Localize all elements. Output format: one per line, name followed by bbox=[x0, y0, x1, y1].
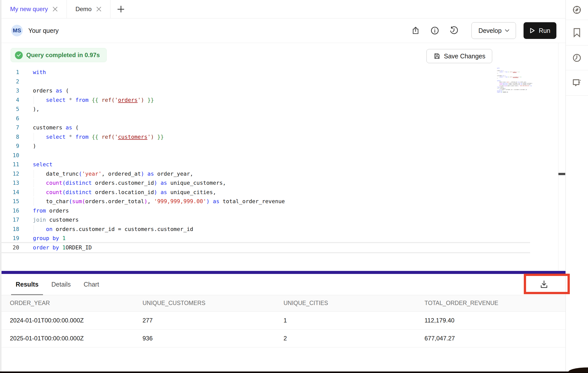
code-line[interactable]: 17join customers bbox=[2, 215, 530, 225]
bookmark-icon bbox=[573, 28, 581, 37]
develop-label: Develop bbox=[478, 27, 502, 34]
line-number: 18 bbox=[2, 225, 19, 234]
minimap[interactable]: withorders as ( select * from {{ ref('or… bbox=[497, 67, 532, 94]
play-icon bbox=[530, 28, 535, 34]
check-circle-icon bbox=[15, 51, 23, 59]
save-changes-button[interactable]: Save Changes bbox=[426, 49, 492, 63]
tab-demo[interactable]: Demo bbox=[67, 0, 110, 18]
code-line[interactable]: 18 on orders.customer_id = customers.cus… bbox=[2, 225, 530, 234]
sidebar-spacer bbox=[566, 96, 588, 371]
chevron-down-icon bbox=[505, 29, 509, 32]
table-row: 2025-01-01T00:00:00.000Z9362677,047.27 bbox=[2, 329, 566, 347]
line-number: 11 bbox=[2, 160, 19, 169]
line-number: 12 bbox=[2, 169, 19, 179]
page-title: Your query bbox=[28, 27, 59, 34]
line-number: 16 bbox=[2, 206, 19, 216]
run-button[interactable]: Run bbox=[524, 22, 556, 39]
code-line[interactable]: 3orders as ( bbox=[2, 86, 530, 96]
sidebar-item-explore[interactable] bbox=[566, 0, 588, 20]
sql-editor[interactable]: Query completed in 0.97s Save Changes 1w… bbox=[2, 43, 566, 271]
history-icon bbox=[449, 26, 459, 35]
code-area[interactable]: 1with23orders as (4 select * from {{ ref… bbox=[2, 68, 530, 252]
plus-icon bbox=[118, 6, 124, 12]
develop-button[interactable]: Develop bbox=[471, 22, 516, 39]
column-header: ORDER_YEAR bbox=[2, 295, 143, 311]
line-number: 2 bbox=[2, 77, 19, 86]
line-number: 7 bbox=[2, 123, 19, 132]
line-number: 13 bbox=[2, 178, 19, 188]
code-line[interactable]: 19group by 1 bbox=[2, 234, 530, 243]
line-number: 1 bbox=[2, 68, 19, 77]
window-bottom-edge bbox=[0, 371, 588, 373]
code-line[interactable]: 14 count(distinct orders.location_id) as… bbox=[2, 188, 530, 197]
query-header: MS Your query bbox=[2, 18, 566, 43]
app-window: My new query Demo MS Your query bbox=[0, 0, 588, 373]
query-tab-bar: My new query Demo bbox=[2, 0, 566, 18]
code-line[interactable]: 4 select * from {{ ref('orders') }} bbox=[2, 96, 530, 105]
download-icon bbox=[539, 280, 549, 289]
info-button[interactable] bbox=[429, 25, 441, 36]
right-sidebar bbox=[566, 0, 588, 371]
code-line[interactable]: 10 bbox=[2, 151, 530, 160]
line-number: 4 bbox=[2, 96, 19, 105]
table-cell: 2 bbox=[284, 329, 425, 347]
results-tab-bar: Results Details Chart bbox=[2, 274, 566, 295]
table-cell: 677,047.27 bbox=[424, 329, 566, 347]
tab-chart[interactable]: Chart bbox=[79, 274, 104, 295]
editor-scroll-gutter bbox=[558, 43, 566, 271]
share-icon bbox=[411, 26, 420, 35]
line-number: 3 bbox=[2, 86, 19, 96]
tab-details[interactable]: Details bbox=[47, 274, 75, 295]
table-row: 2024-01-01T00:00:00.000Z2771112,179.40 bbox=[2, 311, 566, 329]
status-text: Query completed in 0.97s bbox=[26, 52, 100, 59]
code-line[interactable]: 20order by 1ORDER_ID bbox=[2, 243, 530, 252]
code-line[interactable]: 12 date_trunc('year', ordered_at) as ord… bbox=[2, 169, 530, 179]
save-changes-label: Save Changes bbox=[444, 53, 485, 60]
main-panel: My new query Demo MS Your query bbox=[2, 0, 566, 371]
close-icon[interactable] bbox=[96, 6, 102, 12]
code-line[interactable]: 9) bbox=[2, 142, 530, 151]
line-number: 10 bbox=[2, 151, 19, 160]
table-cell: 2025-01-01T00:00:00.000Z bbox=[2, 329, 143, 347]
code-line[interactable]: 5), bbox=[2, 105, 530, 114]
code-line[interactable]: 13 count(distinct orders.customer_id) as… bbox=[2, 178, 530, 188]
sidebar-item-history[interactable] bbox=[566, 45, 588, 70]
history-button[interactable] bbox=[448, 25, 460, 36]
compass-icon bbox=[572, 5, 582, 15]
scrollbar-handle[interactable] bbox=[558, 173, 565, 175]
share-button[interactable] bbox=[410, 25, 421, 36]
code-line[interactable]: 2 bbox=[2, 77, 530, 86]
sidebar-item-bookmarks[interactable] bbox=[566, 20, 588, 45]
column-header: UNIQUE_CITIES bbox=[284, 295, 425, 311]
download-results-button[interactable] bbox=[530, 276, 558, 293]
sidebar-item-ai-assistant[interactable] bbox=[566, 70, 588, 96]
line-number: 20 bbox=[2, 243, 19, 252]
line-number: 6 bbox=[2, 114, 19, 123]
line-number: 15 bbox=[2, 197, 19, 206]
panel-resize-divider[interactable] bbox=[2, 271, 566, 274]
table-cell: 112,179.40 bbox=[424, 311, 566, 329]
code-line[interactable]: 15 to_char(sum(orders.order_total), '999… bbox=[2, 197, 530, 206]
run-label: Run bbox=[539, 27, 550, 34]
column-header: TOTAL_ORDER_REVENUE bbox=[424, 295, 566, 311]
new-tab-button[interactable] bbox=[110, 0, 131, 18]
chat-sparkle-icon bbox=[572, 78, 582, 88]
table-cell: 277 bbox=[143, 311, 284, 329]
code-line[interactable]: 16from orders bbox=[2, 206, 530, 216]
line-number: 14 bbox=[2, 188, 19, 197]
code-line[interactable]: 6 bbox=[2, 114, 530, 123]
tab-results[interactable]: Results bbox=[11, 274, 43, 295]
code-line[interactable]: 1with bbox=[2, 68, 530, 77]
results-table: ORDER_YEARUNIQUE_CUSTOMERSUNIQUE_CITIEST… bbox=[2, 295, 566, 347]
floppy-disk-icon bbox=[433, 53, 440, 60]
code-line[interactable]: 7customers as ( bbox=[2, 123, 530, 132]
avatar: MS bbox=[11, 25, 23, 36]
line-number: 17 bbox=[2, 215, 19, 225]
code-line[interactable]: 8 select * from {{ ref('customers') }} bbox=[2, 132, 530, 142]
tab-my-new-query[interactable]: My new query bbox=[2, 0, 67, 18]
line-number: 8 bbox=[2, 132, 19, 142]
tab-label: My new query bbox=[10, 6, 48, 13]
clock-icon bbox=[572, 53, 582, 63]
close-icon[interactable] bbox=[52, 6, 58, 12]
code-line[interactable]: 11select bbox=[2, 160, 530, 169]
